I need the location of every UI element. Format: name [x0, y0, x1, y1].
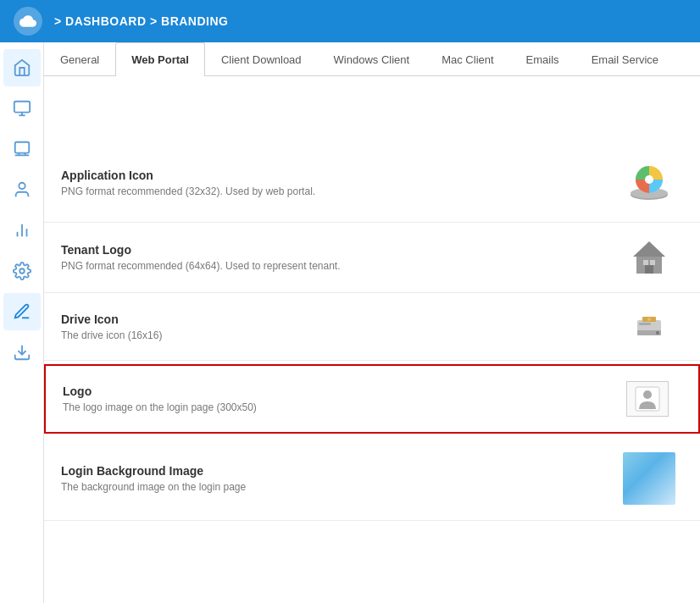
branding-row-info: Tenant Logo PNG format recommended (64x6… [61, 243, 615, 272]
tab-emails[interactable]: Emails [510, 42, 575, 76]
svg-point-7 [19, 183, 25, 189]
sidebar-item-branding[interactable] [3, 293, 41, 330]
svg-rect-3 [14, 142, 29, 153]
logo-preview [614, 381, 681, 417]
tab-client-download[interactable]: Client Download [205, 42, 318, 76]
svg-rect-21 [645, 265, 653, 274]
sidebar-item-download[interactable] [3, 334, 41, 371]
branding-row-application-icon[interactable]: Application Icon PNG format recommended … [44, 144, 700, 223]
content-area: General Web Portal Client Download Windo… [44, 42, 700, 603]
sidebar-item-home[interactable] [3, 49, 41, 86]
tenant-logo-title: Tenant Logo [61, 243, 615, 257]
svg-point-27 [647, 318, 651, 321]
tab-email-service[interactable]: Email Service [575, 42, 675, 76]
svg-rect-20 [650, 260, 655, 265]
svg-rect-19 [643, 260, 648, 265]
tabs: General Web Portal Client Download Windo… [44, 42, 700, 76]
branding-row-logo[interactable]: Logo The logo image on the login page (3… [44, 364, 700, 434]
header: > DASHBOARD > BRANDING [0, 0, 700, 42]
sidebar [0, 42, 44, 603]
login-background-title: Login Background Image [61, 464, 615, 478]
branding-row-info: Logo The logo image on the login page (3… [63, 384, 614, 413]
tenant-logo-preview [615, 238, 683, 277]
login-bg-image [623, 452, 675, 505]
tab-web-portal[interactable]: Web Portal [115, 42, 205, 76]
sidebar-item-chart[interactable] [3, 212, 41, 249]
branding-row-info: Application Icon PNG format recommended … [61, 169, 615, 197]
branding-row-drive-icon[interactable]: Drive Icon The drive icon (16x16) [44, 293, 700, 361]
application-icon-preview [615, 159, 683, 207]
sidebar-item-settings[interactable] [3, 252, 41, 290]
logo-icon [14, 7, 42, 36]
svg-point-24 [656, 331, 659, 335]
drive-icon-preview [615, 312, 683, 342]
sidebar-item-user[interactable] [3, 171, 41, 208]
login-background-preview [615, 452, 683, 505]
login-background-desc: The background image on the login page [61, 481, 615, 493]
svg-rect-25 [639, 323, 651, 325]
svg-rect-0 [14, 102, 29, 113]
top-spacer [44, 85, 700, 144]
breadcrumb: > DASHBOARD > BRANDING [54, 14, 228, 28]
branding-row-login-background[interactable]: Login Background Image The background im… [44, 437, 700, 521]
tab-windows-client[interactable]: Windows Client [318, 42, 426, 76]
application-icon-desc: PNG format recommended (32x32). Used by … [61, 185, 615, 197]
svg-point-29 [643, 390, 652, 399]
tenant-logo-desc: PNG format recommended (64x64). Used to … [61, 260, 615, 272]
application-icon-title: Application Icon [61, 169, 615, 182]
main-layout: General Web Portal Client Download Windo… [0, 42, 700, 603]
drive-icon-title: Drive Icon [61, 313, 615, 326]
branding-content: Application Icon PNG format recommended … [44, 76, 700, 603]
branding-row-info: Login Background Image The background im… [61, 464, 615, 493]
branding-row-info: Drive Icon The drive icon (16x16) [61, 313, 615, 341]
sidebar-item-monitor[interactable] [3, 130, 41, 168]
logo-placeholder-box [626, 381, 669, 417]
tab-general[interactable]: General [44, 42, 115, 76]
drive-icon-desc: The drive icon (16x16) [61, 329, 615, 341]
branding-row-tenant-logo[interactable]: Tenant Logo PNG format recommended (64x6… [44, 223, 700, 293]
svg-point-11 [19, 268, 25, 274]
logo-desc: The logo image on the login page (300x50… [63, 401, 614, 413]
svg-point-16 [645, 175, 653, 184]
svg-marker-17 [633, 241, 665, 257]
sidebar-item-share[interactable] [3, 90, 41, 127]
logo-title: Logo [63, 384, 614, 398]
tab-mac-client[interactable]: Mac Client [425, 42, 509, 76]
